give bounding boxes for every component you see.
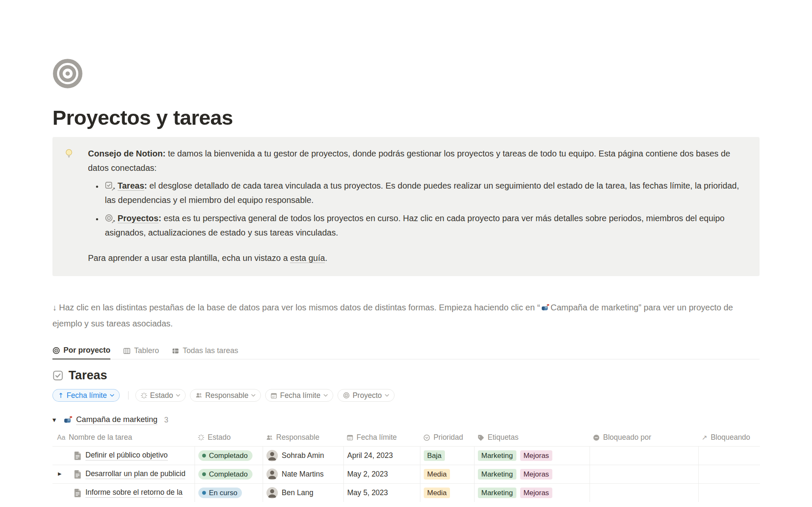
tab-todas-las-tareas[interactable]: Todas las tareas xyxy=(172,346,238,359)
group-header-campana-marketing: ▼ Campaña de marketing 3 xyxy=(52,414,760,426)
tasks-db-link-label: Tareas xyxy=(118,181,144,190)
due-date-cell[interactable]: April 24, 2023 xyxy=(343,447,420,465)
column-header-etiquetas[interactable]: Etiquetas xyxy=(474,433,590,446)
column-header-prioridad[interactable]: Prioridad xyxy=(420,433,474,446)
blocked-by-cell[interactable] xyxy=(590,484,698,502)
avatar xyxy=(266,487,278,499)
target-icon xyxy=(52,58,83,89)
tasks-db-link[interactable]: Tareas xyxy=(118,181,144,191)
text-property-icon: Aa xyxy=(57,434,66,441)
tasks-table: AaNombre de la tarea Estado Responsable … xyxy=(52,433,760,507)
column-header-responsable[interactable]: Responsable xyxy=(263,433,343,446)
task-name-cell[interactable]: ▶ Desarrollar un plan de publicid xyxy=(52,465,195,483)
filter-label: Responsable xyxy=(205,391,248,400)
blocking-cell[interactable] xyxy=(698,484,760,502)
bullet-proyectos-text: esta es tu perspectiva general de todos … xyxy=(105,214,724,237)
filter-pill-proyecto[interactable]: Proyecto xyxy=(337,389,395,402)
due-date-cell[interactable]: May 5, 2023 xyxy=(343,484,420,502)
sort-pill-label: Fecha límite xyxy=(66,391,107,400)
chevron-down-icon xyxy=(385,394,389,397)
collapse-triangle-icon[interactable]: ▼ xyxy=(52,417,63,423)
callout-body: Consejo de Notion: te damos la bienvenid… xyxy=(76,146,748,265)
sort-ascending-icon: ↑ xyxy=(58,392,63,400)
status-cell[interactable]: Completado xyxy=(195,447,263,465)
assignee-name: Sohrab Amin xyxy=(282,451,324,460)
status-pill[interactable]: Completado xyxy=(198,450,252,461)
tag-mejoras[interactable]: Mejoras xyxy=(520,488,552,498)
tags-cell[interactable]: MarketingMejoras xyxy=(474,447,590,465)
status-cell[interactable]: En curso xyxy=(195,484,263,502)
tag-mejoras[interactable]: Mejoras xyxy=(520,469,552,480)
tags-cell[interactable]: MarketingMejoras xyxy=(474,484,590,502)
task-title-link[interactable]: Desarrollar un plan de publicid xyxy=(85,469,185,479)
task-name-cell[interactable]: Informe sobre el retorno de la xyxy=(52,484,195,502)
projects-db-link[interactable]: Proyectos xyxy=(118,214,159,223)
expand-triangle-icon[interactable]: ▶ xyxy=(58,471,61,477)
assignee-cell[interactable]: Ben Lang xyxy=(263,484,343,502)
assignee-cell[interactable]: Nate Martins xyxy=(263,465,343,483)
priority-tag[interactable]: Baja xyxy=(424,450,445,461)
filter-pill-responsable[interactable]: Responsable xyxy=(190,389,261,402)
tasks-section-title: Tareas xyxy=(69,368,107,382)
status-label: Completado xyxy=(209,470,248,479)
filter-pill-estado[interactable]: Estado xyxy=(135,389,186,402)
column-header-estado[interactable]: Estado xyxy=(195,433,263,446)
due-date: May 2, 2023 xyxy=(347,470,388,479)
tag-marketing[interactable]: Marketing xyxy=(478,450,516,461)
tag-mejoras[interactable]: Mejoras xyxy=(520,450,552,461)
callout-bullet-proyectos: ↗ Proyectos: esta es tu perspectiva gene… xyxy=(103,211,748,240)
priority-tag[interactable]: Media xyxy=(424,488,450,498)
guide-link[interactable]: esta guía xyxy=(290,253,325,263)
notion-tip-callout: Consejo de Notion: te damos la bienvenid… xyxy=(52,137,760,276)
group-footer: COMPLETE 2/3 xyxy=(52,502,760,507)
page-title: Proyectos y tareas xyxy=(52,105,760,130)
tab-label: Tablero xyxy=(134,346,159,355)
page-target-icon[interactable] xyxy=(52,58,83,89)
tag-marketing[interactable]: Marketing xyxy=(478,488,516,498)
task-title-link[interactable]: Informe sobre el retorno de la xyxy=(85,488,183,498)
assignee-cell[interactable]: Sohrab Amin xyxy=(263,447,343,465)
callout-bullet-tareas: ↗ Tareas: el desglose detallado de cada … xyxy=(103,178,748,207)
column-label: Fecha límite xyxy=(357,433,397,442)
chevron-down-icon xyxy=(324,394,328,397)
chevron-down-icon xyxy=(176,394,180,397)
callout-intro: Consejo de Notion: te damos la bienvenid… xyxy=(88,146,748,175)
column-header-bloqueado-por[interactable]: Bloqueado por xyxy=(590,433,698,446)
link-arrow-icon: ↗ xyxy=(111,186,115,192)
column-header-fecha-limite[interactable]: Fecha límite xyxy=(343,433,420,446)
column-label: Bloqueando xyxy=(710,433,750,442)
tags-cell[interactable]: MarketingMejoras xyxy=(474,465,590,483)
priority-cell[interactable]: Media xyxy=(420,465,474,483)
column-header-bloqueando[interactable]: ↗ Bloqueando xyxy=(698,433,760,446)
assignee-name: Nate Martins xyxy=(282,470,324,479)
group-project-link[interactable]: Campaña de marketing xyxy=(76,415,157,425)
tab-por-proyecto[interactable]: Por proyecto xyxy=(52,346,110,359)
blocked-by-cell[interactable] xyxy=(590,465,698,483)
group-name: Campaña de marketing xyxy=(63,415,157,425)
column-label: Bloqueado por xyxy=(603,433,651,442)
page-icon xyxy=(74,451,82,460)
filter-separator xyxy=(128,391,129,400)
priority-cell[interactable]: Baja xyxy=(420,447,474,465)
blocked-by-cell[interactable] xyxy=(590,447,698,465)
sort-pill-fecha-limite[interactable]: ↑ Fecha límite xyxy=(52,389,120,402)
blocking-cell[interactable] xyxy=(698,447,760,465)
task-title-link[interactable]: Definir el público objetivo xyxy=(85,451,168,460)
tag-marketing[interactable]: Marketing xyxy=(478,469,516,480)
status-dot xyxy=(202,472,206,476)
tab-tablero[interactable]: Tablero xyxy=(123,346,159,359)
due-date-cell[interactable]: May 2, 2023 xyxy=(343,465,420,483)
callout-list: ↗ Tareas: el desglose detallado de cada … xyxy=(103,178,748,240)
filter-pill-fecha-limite[interactable]: Fecha límite xyxy=(265,389,333,402)
status-cell[interactable]: Completado xyxy=(195,465,263,483)
column-header-nombre[interactable]: AaNombre de la tarea xyxy=(52,433,195,446)
status-pill[interactable]: En curso xyxy=(198,488,242,498)
status-label: Completado xyxy=(209,452,248,460)
priority-cell[interactable]: Media xyxy=(420,484,474,502)
calendar-icon xyxy=(271,392,277,399)
status-pill[interactable]: Completado xyxy=(198,469,252,480)
page-content: Proyectos y tareas Consejo de Notion: te… xyxy=(0,58,812,507)
task-name-cell[interactable]: Definir el público objetivo xyxy=(52,447,195,465)
blocking-cell[interactable] xyxy=(698,465,760,483)
priority-tag[interactable]: Media xyxy=(424,469,450,480)
